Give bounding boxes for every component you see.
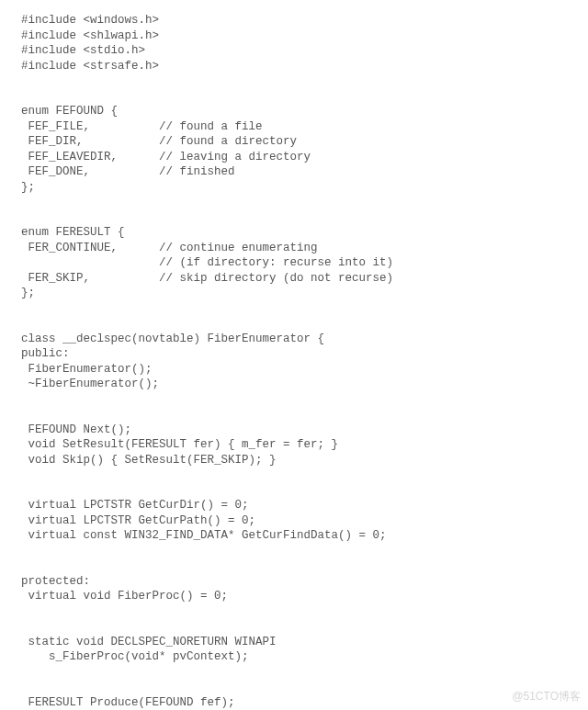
watermark: @51CTO博客 <box>512 689 581 704</box>
code-block: #include <windows.h> #include <shlwapi.h… <box>0 0 588 710</box>
